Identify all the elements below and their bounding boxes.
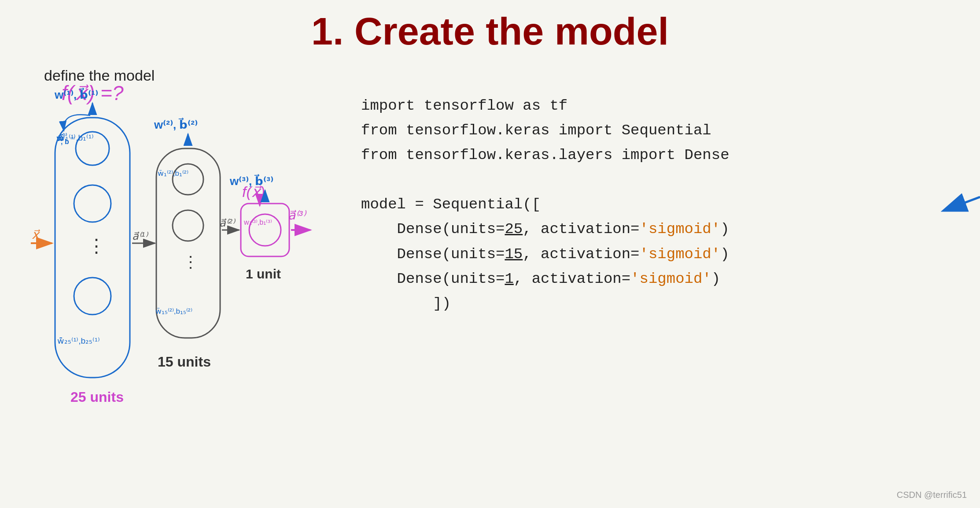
code-line-1: import tensorflow as tf: [361, 93, 954, 118]
code-line-2: from tensorflow.keras import Sequential: [361, 118, 954, 143]
svg-text:w̄₁⁽¹⁾,b₁⁽¹⁾: w̄₁⁽¹⁾,b₁⁽¹⁾: [58, 133, 94, 142]
code-line-4: [361, 167, 954, 192]
svg-point-21: [173, 164, 203, 195]
blue-arrow-indicator: [936, 193, 980, 221]
code-text-3: from tensorflow.keras.layers import Dens…: [361, 147, 729, 163]
svg-text:x⃗: x⃗: [32, 228, 41, 241]
code-line-6: Dense(units=25, activation='sigmoid'): [361, 217, 954, 241]
svg-text:a⃗⁽¹⁾: a⃗⁽¹⁾: [132, 230, 148, 242]
svg-text:a⃗⁽³⁾: a⃗⁽³⁾: [288, 208, 307, 222]
code-line-7: Dense(units=15, activation='sigmoid'): [361, 242, 954, 267]
svg-text:⋮: ⋮: [87, 235, 106, 256]
code-text-2: from tensorflow.keras import Sequential: [361, 122, 711, 139]
svg-text:w⁽¹⁾, b⃗⁽¹⁾: w⁽¹⁾, b⃗⁽¹⁾: [54, 88, 98, 101]
svg-point-15: [74, 185, 111, 222]
code-text-1: import tensorflow as tf: [361, 97, 567, 114]
watermark: CSDN @terrific51: [897, 490, 967, 500]
svg-text:w̄₁⁽²⁾,b₁⁽²⁾: w̄₁⁽²⁾,b₁⁽²⁾: [158, 169, 188, 178]
svg-text:15 units: 15 units: [158, 354, 211, 370]
left-panel: define the model: [26, 67, 335, 316]
svg-text:w⁽³⁾, b⃗⁽³⁾: w⁽³⁾, b⃗⁽³⁾: [229, 174, 273, 188]
svg-text:w̄₁₅⁽²⁾,b₁₅⁽²⁾: w̄₁₅⁽²⁾,b₁₅⁽²⁾: [155, 307, 192, 315]
svg-text:a⃗⁽²⁾: a⃗⁽²⁾: [219, 217, 236, 229]
svg-rect-27: [241, 204, 289, 256]
code-line-9: ]): [361, 291, 954, 316]
svg-text:w̄₂₅⁽¹⁾,b₂₅⁽¹⁾: w̄₂₅⁽¹⁾,b₂₅⁽¹⁾: [57, 336, 100, 345]
code-line-5: model = Sequential([: [361, 192, 954, 217]
page-title: 1. Create the model: [311, 9, 669, 54]
svg-text:w₁⁽³⁾,b₁⁽³⁾: w₁⁽³⁾,b₁⁽³⁾: [243, 219, 272, 226]
code-line-3: from tensorflow.keras.layers import Dens…: [361, 143, 954, 167]
svg-point-23: [173, 210, 203, 241]
neural-network-diagram: f( x⃗ ) =? w⃗ ⁽¹⁾ , b ⁽¹⁾ w̄₁⁽¹⁾,b₁⁽¹⁾: [26, 67, 326, 428]
code-line-8: Dense(units=1, activation='sigmoid'): [361, 267, 954, 291]
svg-text:w⁽²⁾, b⃗⁽²⁾: w⁽²⁾, b⃗⁽²⁾: [154, 118, 198, 131]
svg-text:1 unit: 1 unit: [246, 267, 281, 281]
main-container: 1. Create the model define the model: [0, 0, 980, 508]
svg-point-17: [74, 278, 111, 315]
right-panel: import tensorflow as tf from tensorflow.…: [361, 67, 954, 316]
svg-text:25 units: 25 units: [70, 389, 124, 405]
svg-text:⋮: ⋮: [183, 253, 199, 271]
svg-line-48: [945, 197, 980, 210]
content-area: define the model: [0, 67, 980, 316]
code-block: import tensorflow as tf from tensorflow.…: [361, 93, 954, 316]
